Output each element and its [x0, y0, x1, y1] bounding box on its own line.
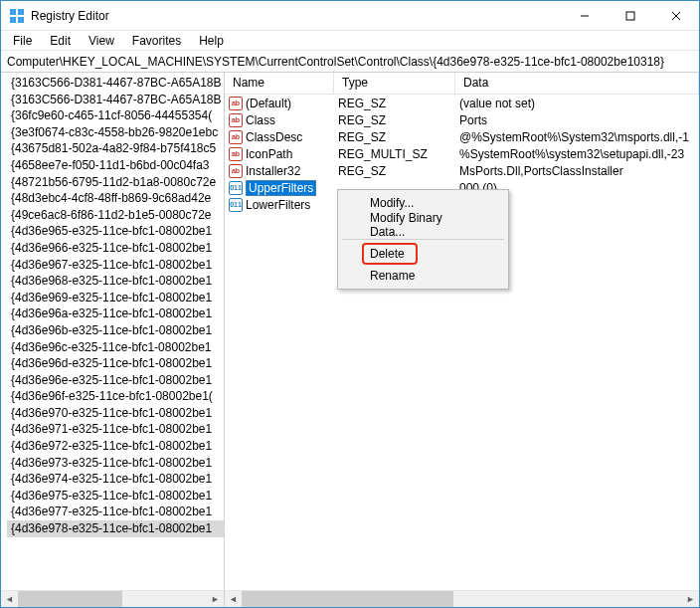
- tree-item[interactable]: {4d36e96f-e325-11ce-bfc1-08002be1(: [7, 388, 224, 405]
- tree-item[interactable]: {4d36e975-e325-11ce-bfc1-08002be1: [7, 488, 224, 505]
- tree-item[interactable]: {4d36e977-e325-11ce-bfc1-08002be1: [7, 504, 224, 520]
- menubar: File Edit View Favorites Help: [1, 31, 699, 51]
- list-body[interactable]: ab(Default)REG_SZ(value not set)abClassR…: [225, 95, 699, 590]
- value-name: Installer32: [246, 164, 300, 178]
- menu-view[interactable]: View: [81, 32, 122, 50]
- tree-pane: {3163C566-D381-4467-87BC-A65A18B{3163C56…: [1, 73, 225, 607]
- registry-editor-window: Registry Editor File Edit View Favorites…: [0, 0, 700, 608]
- address-path: Computer\HKEY_LOCAL_MACHINE\SYSTEM\Curre…: [7, 55, 664, 69]
- svg-rect-1: [18, 9, 24, 15]
- tree-item[interactable]: {4d36e968-e325-11ce-bfc1-08002be1: [7, 273, 224, 290]
- list-row[interactable]: ab(Default)REG_SZ(value not set): [225, 95, 699, 111]
- context-menu: Modify... Modify Binary Data... Delete R…: [337, 189, 509, 290]
- address-bar[interactable]: Computer\HKEY_LOCAL_MACHINE\SYSTEM\Curre…: [1, 51, 699, 73]
- tree-item[interactable]: {4d36e965-e325-11ce-bfc1-08002be1: [7, 223, 224, 240]
- svg-rect-3: [18, 17, 24, 23]
- tree-item[interactable]: {4d36e967-e325-11ce-bfc1-08002be1: [7, 257, 224, 274]
- string-value-icon: ab: [229, 113, 243, 127]
- value-type: REG_SZ: [334, 164, 455, 178]
- tree-item[interactable]: {4d36e969-e325-11ce-bfc1-08002be1: [7, 290, 224, 306]
- column-header-name[interactable]: Name: [225, 73, 334, 94]
- tree-item[interactable]: {4d36e970-e325-11ce-bfc1-08002be1: [7, 405, 224, 422]
- svg-rect-0: [10, 9, 16, 15]
- svg-rect-2: [10, 17, 16, 23]
- tree-item[interactable]: {4d36e966-e325-11ce-bfc1-08002be1: [7, 240, 224, 257]
- scroll-thumb[interactable]: [18, 591, 122, 607]
- maximize-button[interactable]: [608, 1, 653, 30]
- scroll-track[interactable]: [18, 591, 207, 607]
- ctx-rename[interactable]: Rename: [340, 265, 506, 287]
- tree-item[interactable]: {48721b56-6795-11d2-b1a8-0080c72e: [7, 174, 224, 191]
- menu-favorites[interactable]: Favorites: [124, 32, 189, 50]
- value-name: Class: [246, 113, 275, 127]
- tree-item[interactable]: {4d36e971-e325-11ce-bfc1-08002be1: [7, 421, 224, 438]
- list-row[interactable]: abClassDescREG_SZ@%SystemRoot%\System32\…: [225, 128, 699, 145]
- scroll-left-icon[interactable]: ◄: [225, 591, 242, 608]
- value-name: ClassDesc: [246, 130, 302, 144]
- scroll-left-icon[interactable]: ◄: [1, 591, 18, 608]
- ctx-modify-binary[interactable]: Modify Binary Data...: [340, 214, 506, 236]
- list-pane: Name Type Data ab(Default)REG_SZ(value n…: [225, 73, 699, 607]
- tree-item[interactable]: {43675d81-502a-4a82-9f84-b75f418c5: [7, 140, 224, 157]
- tree-item[interactable]: {4d36e974-e325-11ce-bfc1-08002be1: [7, 471, 224, 488]
- list-row[interactable]: abClassREG_SZPorts: [225, 111, 699, 128]
- string-value-icon: ab: [229, 130, 243, 144]
- value-data: (value not set): [455, 97, 699, 110]
- binary-value-icon: 011: [229, 181, 243, 195]
- value-type: REG_SZ: [334, 130, 455, 144]
- minimize-button[interactable]: [562, 1, 608, 30]
- menu-file[interactable]: File: [5, 32, 40, 50]
- app-icon: [9, 8, 25, 24]
- value-data: MsPorts.Dll,PortsClassInstaller: [455, 164, 699, 178]
- titlebar-title: Registry Editor: [31, 9, 562, 23]
- tree-list[interactable]: {3163C566-D381-4467-87BC-A65A18B{3163C56…: [1, 73, 224, 590]
- string-value-icon: ab: [229, 147, 243, 161]
- tree-item[interactable]: {4d36e96e-e325-11ce-bfc1-08002be1: [7, 372, 224, 389]
- scroll-right-icon[interactable]: ►: [207, 591, 224, 608]
- tree-item[interactable]: {4d36e96c-e325-11ce-bfc1-08002be1: [7, 339, 224, 356]
- list-row[interactable]: abIconPathREG_MULTI_SZ%SystemRoot%\syste…: [225, 145, 699, 162]
- list-row[interactable]: abInstaller32REG_SZMsPorts.Dll,PortsClas…: [225, 162, 699, 179]
- value-name: IconPath: [246, 147, 292, 161]
- value-data: %SystemRoot%\system32\setupapi.dll,-23: [455, 147, 699, 161]
- tree-item[interactable]: {36fc9e60-c465-11cf-8056-44455354(: [7, 107, 224, 124]
- tree-item[interactable]: {4d36e973-e325-11ce-bfc1-08002be1: [7, 455, 224, 472]
- tree-hscrollbar[interactable]: ◄ ►: [1, 590, 224, 607]
- tree-item[interactable]: {3e3f0674-c83c-4558-bb26-9820e1ebc: [7, 124, 224, 141]
- tree-item[interactable]: {4d36e978-e325-11ce-bfc1-08002be1: [7, 520, 224, 537]
- tree-item[interactable]: {3163C566-D381-4467-87BC-A65A18B: [7, 75, 224, 92]
- value-data: Ports: [455, 113, 699, 127]
- titlebar: Registry Editor: [1, 1, 699, 31]
- content-area: {3163C566-D381-4467-87BC-A65A18B{3163C56…: [1, 73, 699, 607]
- list-hscrollbar[interactable]: ◄ ►: [225, 590, 699, 607]
- close-button[interactable]: [653, 1, 699, 30]
- tree-item[interactable]: {49ce6ac8-6f86-11d2-b1e5-0080c72e: [7, 207, 224, 224]
- value-type: REG_MULTI_SZ: [334, 147, 455, 161]
- value-type: REG_SZ: [334, 113, 455, 127]
- tree-item[interactable]: {4d36e972-e325-11ce-bfc1-08002be1: [7, 438, 224, 455]
- tree-item[interactable]: {4d36e96d-e325-11ce-bfc1-08002be1: [7, 355, 224, 372]
- svg-rect-5: [626, 12, 634, 20]
- tree-item[interactable]: {4d36e96a-e325-11ce-bfc1-08002be1: [7, 305, 224, 322]
- ctx-delete[interactable]: Delete: [340, 243, 506, 265]
- scroll-track[interactable]: [242, 591, 682, 607]
- menu-help[interactable]: Help: [191, 32, 232, 50]
- tree-item[interactable]: {4d36e96b-e325-11ce-bfc1-08002be1: [7, 322, 224, 339]
- tree-item[interactable]: {4658ee7e-f050-11d1-b6bd-00c04fa3: [7, 157, 224, 174]
- tree-item[interactable]: {3163C566-D381-4467-87BC-A65A18B: [7, 92, 224, 108]
- scroll-thumb[interactable]: [242, 591, 453, 607]
- window-controls: [562, 1, 699, 30]
- string-value-icon: ab: [229, 97, 243, 110]
- ctx-separator: [342, 239, 504, 240]
- value-name: (Default): [246, 97, 291, 110]
- string-value-icon: ab: [229, 164, 243, 178]
- tree-item[interactable]: {48d3ebc4-4cf8-48ff-b869-9c68ad42e: [7, 190, 224, 207]
- binary-value-icon: 011: [229, 198, 243, 212]
- scroll-right-icon[interactable]: ►: [682, 591, 699, 608]
- column-header-type[interactable]: Type: [334, 73, 455, 94]
- list-header: Name Type Data: [225, 73, 699, 95]
- menu-edit[interactable]: Edit: [42, 32, 79, 50]
- value-type: REG_SZ: [334, 97, 455, 110]
- value-data: @%SystemRoot%\System32\msports.dll,-1: [455, 130, 699, 144]
- column-header-data[interactable]: Data: [455, 73, 699, 94]
